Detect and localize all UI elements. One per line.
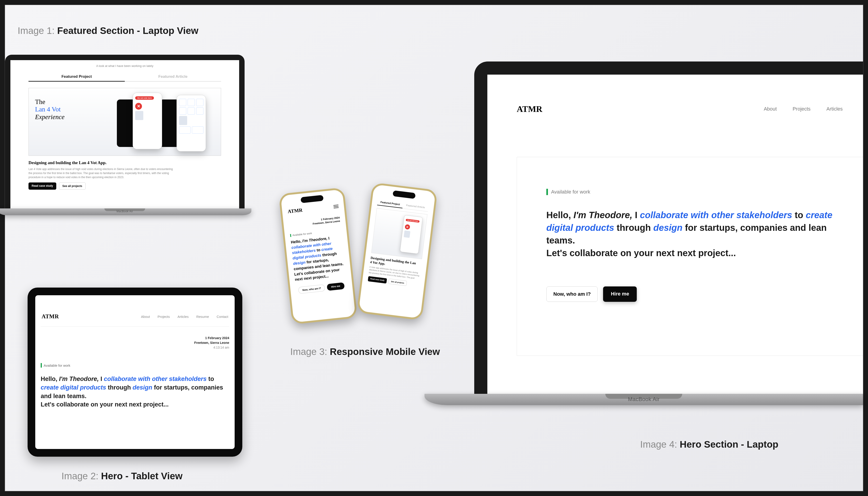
featured-image-frame: The Lan 4 Vot Experience Do not vote her… [29, 88, 221, 156]
avatar-tile-icon [179, 116, 187, 125]
hero-card: Available for work Hello, I'm Theodore, … [517, 157, 863, 356]
hero-link-design[interactable]: design [653, 223, 682, 233]
tile-row [179, 126, 203, 134]
warning-pill: Do not vote here [406, 219, 420, 223]
availability-text: Available for work [292, 232, 312, 237]
caption-prefix: Image 3: [290, 346, 330, 357]
caption-bold: Hero - Tablet View [101, 471, 183, 481]
laptop-screen: ATMR About Projects Articles Available f… [487, 75, 863, 394]
hero-link-design[interactable]: design [133, 384, 152, 391]
availability-text: Available for work [551, 189, 590, 195]
laptop-base: MacBook Air [425, 394, 863, 405]
mobile-mockup-group: ATMR 1 February 2024 Freetown, Sierra Le… [285, 186, 448, 330]
read-case-study-button[interactable]: Read case study [368, 276, 387, 284]
availability-bar-icon [41, 363, 42, 368]
nav-resume[interactable]: Resume [196, 315, 209, 319]
hamburger-menu-icon[interactable] [333, 205, 338, 208]
warning-pill: Do not vote here [135, 96, 154, 100]
tab-featured-project[interactable]: Featured Project [29, 72, 125, 81]
nav-contact[interactable]: Contact [217, 315, 228, 319]
nav-about[interactable]: About [764, 106, 777, 112]
inner-phone-mockup: Do not vote here ✕ [400, 215, 423, 254]
availability-badge: Available for work [41, 363, 229, 368]
nav-projects[interactable]: Projects [158, 315, 170, 319]
hero-text: Hello, I'm Theodore, I collaborate with … [41, 375, 229, 409]
hero-link-collaborate[interactable]: collaborate with other stakeholders [640, 210, 792, 220]
tile-icon [196, 107, 203, 114]
laptop-screen: A look at what I have been working on la… [11, 60, 239, 208]
availability-badge: Available for work [546, 189, 863, 195]
see-all-projects-button[interactable]: See all projects [59, 183, 86, 190]
hire-me-button[interactable]: Hire me [603, 286, 637, 302]
caption-prefix: Image 4: [640, 439, 680, 450]
phone-mockups: Do not vote here ✕ [108, 93, 207, 152]
nav-bar: ATMR About Projects Articles [517, 104, 863, 114]
hero-buttons: Now, who am I? Hire me [546, 286, 863, 302]
caption-image1: Image 1: Featured Section - Laptop View [18, 25, 199, 36]
nav-bar: ATMR About Projects Articles Resume Cont… [41, 313, 229, 327]
read-case-study-button[interactable]: Read case study [29, 183, 56, 190]
tile-row [179, 107, 203, 114]
brand-logo[interactable]: ATMR [287, 207, 303, 215]
tile-icon [196, 99, 203, 106]
featured-tabs: Featured Project Featured Article [29, 72, 221, 82]
caption-image3: Image 3: Responsive Mobile View [290, 346, 440, 357]
who-am-i-button[interactable]: Now, who am I? [298, 284, 325, 294]
tablet-mockup: ATMR About Projects Articles Resume Cont… [28, 288, 242, 457]
error-x-icon: ✕ [135, 103, 142, 110]
brand-logo[interactable]: ATMR [517, 104, 542, 114]
laptop-bezel: A look at what I have been working on la… [5, 55, 244, 208]
tile-icon [179, 99, 186, 106]
fg-phone-mockup [176, 95, 206, 152]
caption-bold: Featured Section - Laptop View [57, 25, 199, 36]
mobile-mockup-featured: Featured Project Featured Article Do not… [357, 182, 438, 320]
availability-text: Available for work [44, 363, 70, 367]
macbook-label: MacBook Air [0, 210, 251, 213]
tile-icon [179, 126, 191, 134]
hire-me-button[interactable]: Hire me [327, 282, 345, 291]
button-row: Read case study See all projects [29, 183, 221, 190]
caption-prefix: Image 1: [18, 25, 57, 36]
hero-link-create[interactable]: create digital products [41, 384, 106, 391]
laptop-mockup-featured: A look at what I have been working on la… [5, 55, 244, 215]
brand-logo[interactable]: ATMR [42, 313, 59, 320]
tab-featured-article[interactable]: Featured Article [403, 202, 429, 212]
caption-bold: Hero Section - Laptop [680, 439, 778, 450]
nav-about[interactable]: About [141, 315, 150, 319]
project-title: Designing and building the Lan 4 Vot App… [29, 160, 221, 165]
laptop-mockup-hero: ATMR About Projects Articles Available f… [474, 62, 863, 405]
see-all-projects-button[interactable]: See all projects [388, 279, 407, 286]
hero-link-design[interactable]: design [293, 260, 305, 266]
tile-icon [192, 126, 203, 134]
nav-articles[interactable]: Articles [177, 315, 189, 319]
tab-featured-article[interactable]: Featured Article [125, 72, 221, 81]
avatar-tile-icon [135, 111, 143, 120]
who-am-i-button[interactable]: Now, who am I? [546, 286, 598, 302]
nav-projects[interactable]: Projects [792, 106, 810, 112]
availability-bar-icon [546, 189, 548, 195]
caption-image2: Image 2: Hero - Tablet View [62, 471, 183, 482]
nav-articles[interactable]: Articles [826, 106, 843, 112]
project-description: Lan 4 Vote app addresses the issue of hi… [29, 167, 173, 179]
fg-phone-mockup: Do not vote here ✕ [133, 93, 162, 149]
featured-subtitle: A look at what I have been working on la… [29, 64, 221, 67]
meta-date: 1 February 2024 [41, 336, 229, 340]
nav-links: About Projects Articles Resume Contact [141, 315, 228, 319]
tile-icon [179, 107, 186, 114]
mobile-meta: 1 February 2024 Freetown, Sierra Leone [289, 216, 340, 228]
mobile-buttons: Now, who am I? Hire me [296, 282, 347, 294]
nav-links: About Projects Articles [764, 106, 843, 112]
tile-icon [188, 107, 195, 114]
mobile-featured-frame: Do not vote here ✕ [371, 208, 427, 259]
hero-link-collaborate[interactable]: collaborate with other stakeholders [104, 375, 207, 382]
tablet-bezel: ATMR About Projects Articles Resume Cont… [28, 288, 242, 457]
macbook-label: MacBook Air [425, 396, 863, 402]
meta-location: Freetown, Sierra Leone [41, 340, 229, 345]
tab-featured-project[interactable]: Featured Project [377, 199, 403, 208]
tablet-screen: ATMR About Projects Articles Resume Cont… [35, 295, 235, 449]
hero-text: Hello, I'm Theodore, I collaborate with … [546, 209, 847, 259]
caption-image4: Image 4: Hero Section - Laptop [640, 439, 778, 450]
avatar-tile-icon [404, 230, 410, 238]
error-x-icon: ✕ [405, 224, 410, 230]
laptop-base: MacBook Air [0, 208, 251, 215]
